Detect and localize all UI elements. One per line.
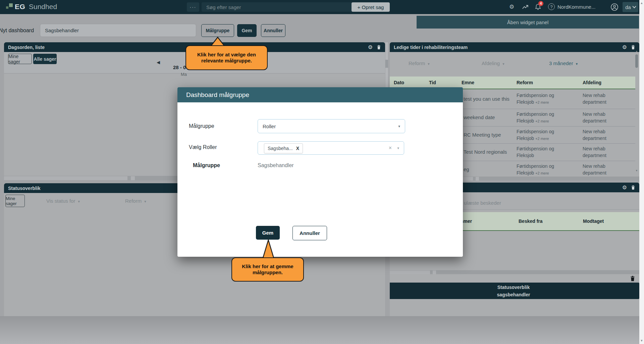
page-vertical-scrollbar[interactable]: ▲ ▼ <box>639 0 644 344</box>
unread-messages-label: ulæste beskeder <box>464 200 501 206</box>
notification-badge: 4 <box>538 1 543 6</box>
scroll-up-icon[interactable]: ▲ <box>639 1 644 5</box>
more-menu-button[interactable]: ··· <box>187 2 199 12</box>
caret-down-icon: ▾ <box>502 62 504 66</box>
settings-gear-icon[interactable]: ⚙ <box>509 4 514 10</box>
modal-title: Dashboard målgruppe <box>186 91 249 99</box>
search-input[interactable]: Søg efter sager <box>202 2 354 12</box>
dashboard-name-input[interactable]: Sagsbehandler <box>40 24 196 37</box>
selected-role-chip[interactable]: Sagsbeha... X <box>264 143 303 153</box>
alle-sager-toggle[interactable]: Alle sager <box>33 54 57 64</box>
column-header-tid[interactable]: Tid <box>429 77 436 89</box>
chip-remove-icon[interactable]: X <box>296 146 299 151</box>
column-header-afdeling[interactable]: Afdeling <box>583 77 601 89</box>
beskeder-horizontal-scrollbar[interactable] <box>390 270 639 274</box>
panel-scroll-up-icon[interactable]: ▲ <box>635 50 638 53</box>
afdeling-cell: New rehabdepartment <box>583 145 606 159</box>
emne-cell: weekend date <box>464 114 495 120</box>
scrollbar-thumb[interactable] <box>385 60 388 68</box>
scrollbar-notch <box>131 176 135 180</box>
malgruppe-field-label: Målgruppe <box>189 123 214 129</box>
panel-delete-trash-icon[interactable] <box>631 45 635 50</box>
clear-selection-icon[interactable]: × <box>389 145 392 151</box>
language-selector[interactable]: da <box>623 2 638 12</box>
eg-logo-icon-2 <box>9 3 13 7</box>
malgruppe-tooltip: Klik her for at vælge den relevante målg… <box>185 37 268 70</box>
open-widget-panel-button[interactable]: Åben widget panel <box>417 16 639 29</box>
afdeling-cell: New rehabdepartment <box>583 92 606 105</box>
previous-week-icon[interactable]: ◀ <box>157 60 160 65</box>
panel-delete-trash-icon[interactable] <box>377 45 381 50</box>
summary-label: Målgruppe <box>193 162 220 168</box>
trending-icon[interactable] <box>522 4 529 10</box>
panel-settings-gear-icon[interactable]: ⚙ <box>622 184 627 191</box>
delete-widget-trash-icon[interactable] <box>630 275 635 282</box>
dashboard-malgruppe-modal: Dashboard målgruppe Målgruppe Roller ▾ V… <box>177 87 463 257</box>
panel-scroll-down-icon[interactable]: ▼ <box>635 169 638 172</box>
statusoverblik-sagsbehandler-block[interactable]: Statusoverblik sagsbehandler <box>390 283 639 299</box>
logo-product: Sundhed <box>29 3 57 11</box>
emne-cell: test you can use this <box>464 96 509 102</box>
malgruppe-select[interactable]: Roller ▾ <box>258 119 405 133</box>
caret-down-icon: ▾ <box>428 62 430 66</box>
scrollbar-thumb[interactable] <box>4 176 127 180</box>
panel-settings-gear-icon[interactable]: ⚙ <box>368 44 373 50</box>
annuller-toolbar-button[interactable]: Annuller <box>261 24 285 37</box>
column-header-modtaget[interactable]: Modtaget <box>583 212 604 230</box>
column-header-reform[interactable]: Reform <box>517 77 533 89</box>
modal-gem-button[interactable]: Gem <box>256 226 280 240</box>
roller-multiselect[interactable]: Sagsbeha... X × ▾ <box>258 141 404 155</box>
tenant-name[interactable]: NordKommune... <box>557 4 595 10</box>
emne-cell: Test Nord regionals <box>464 149 507 155</box>
scrollbar-notch <box>433 271 436 274</box>
afdeling-cell: New rehabdepartment <box>583 163 606 176</box>
app-header: EG Sundhed ··· Søg efter sager + Opret s… <box>0 0 644 14</box>
reform-cell: Førtidspension ogFleksjob +2 mere <box>517 111 554 125</box>
application-window: EG Sundhed ··· Søg efter sager + Opret s… <box>0 0 644 344</box>
vis-status-for-dropdown[interactable]: Vis status for▾ <box>46 198 80 204</box>
reform-cell: Førtidspension ogFleksjob +2 mere <box>517 92 554 106</box>
reform-cell: Førtidspension ogFleksjob +2 mere <box>517 128 554 142</box>
column-header-emne[interactable]: Emne <box>462 77 474 89</box>
afdeling-cell: New rehabdepartment <box>583 128 606 142</box>
period-filter-dropdown[interactable]: 3 måneder▾ <box>549 60 578 66</box>
caret-down-icon: ▾ <box>78 199 80 203</box>
date-range-sublabel: Ma <box>181 72 187 77</box>
caret-down-icon: ▾ <box>576 62 578 66</box>
roller-field-label: Vælg Roller <box>189 144 217 150</box>
column-header-dato[interactable]: Dato <box>394 77 404 89</box>
mine-sager-toggle[interactable]: Mine sager <box>8 54 32 64</box>
malgruppe-button[interactable]: Målgruppe <box>201 24 234 37</box>
reform-dropdown[interactable]: Reform▾ <box>125 198 146 204</box>
emne-cell: RC Meeting type <box>464 132 501 138</box>
afdeling-filter-dropdown[interactable]: Afdeling▾ <box>482 60 504 66</box>
emne-cell: eg <box>464 166 469 172</box>
modal-annuller-button[interactable]: Annuller <box>292 226 327 240</box>
scroll-down-icon[interactable]: ▼ <box>639 339 644 342</box>
search-placeholder: Søg efter sager <box>206 4 241 10</box>
caret-down-icon: ▾ <box>144 199 146 203</box>
dagsorden-title: Dagsorden, liste <box>8 45 45 50</box>
ledige-tider-title: Ledige tider i rehabiliteringsteam <box>394 45 468 50</box>
column-header-besked-fra[interactable]: Besked fra <box>519 212 543 230</box>
caret-down-icon: ▾ <box>397 146 399 150</box>
panel-scrollbar-thumb[interactable] <box>635 54 638 68</box>
create-case-button[interactable]: + Opret sag <box>352 2 390 12</box>
afdeling-cell: New rehabdepartment <box>583 111 606 124</box>
reform-cell: Førtidspension ogFleksjob <box>517 145 554 159</box>
gem-toolbar-button[interactable]: Gem <box>237 24 257 37</box>
mine-sager-toggle[interactable]: Mine sager <box>5 195 25 207</box>
scrollbar-thumb[interactable] <box>390 271 430 274</box>
modal-header: Dashboard målgruppe <box>177 87 463 102</box>
eg-logo-icon <box>6 6 8 9</box>
panel-settings-gear-icon[interactable]: ⚙ <box>622 44 627 50</box>
dashboard-name-label: Nyt dashboard <box>0 28 34 34</box>
user-avatar-icon[interactable] <box>610 3 619 11</box>
panel-delete-trash-icon[interactable] <box>631 185 635 190</box>
page-bottom-area <box>0 316 639 344</box>
help-icon[interactable]: ? <box>548 3 555 10</box>
ellipsis-icon: ··· <box>190 4 197 10</box>
reform-filter-dropdown[interactable]: Reform▾ <box>409 60 430 66</box>
chevron-down-icon <box>632 4 636 8</box>
tooltip-arrow-up-icon <box>262 239 275 259</box>
